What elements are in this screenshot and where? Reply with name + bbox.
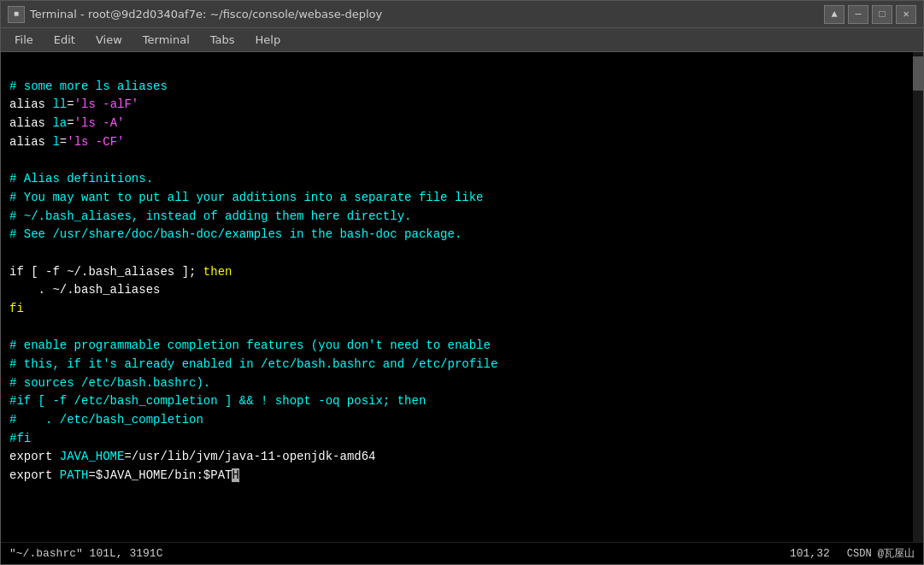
maximize-button[interactable]: □ xyxy=(872,5,892,24)
title-bar: ■ Terminal - root@9d2d0340af7e: ~/fisco/… xyxy=(1,1,923,28)
title-bar-left: ■ Terminal - root@9d2d0340af7e: ~/fisco/… xyxy=(8,6,382,23)
terminal-window: ■ Terminal - root@9d2d0340af7e: ~/fisco/… xyxy=(0,0,924,565)
scrollbar[interactable] xyxy=(913,52,923,542)
menu-bar: File Edit View Terminal Tabs Help xyxy=(1,28,923,52)
menu-tabs[interactable]: Tabs xyxy=(202,32,244,48)
menu-file[interactable]: File xyxy=(6,32,42,48)
terminal-body[interactable]: # some more ls aliases alias ll='ls -alF… xyxy=(1,52,923,542)
up-button[interactable]: ▲ xyxy=(824,5,845,24)
terminal-icon: ■ xyxy=(8,6,25,23)
status-right: 101,32 CSDN @瓦屋山 xyxy=(790,546,915,561)
brand-label: CSDN @瓦屋山 xyxy=(847,546,915,561)
minimize-button[interactable]: ─ xyxy=(848,5,868,24)
menu-help[interactable]: Help xyxy=(247,32,290,48)
menu-edit[interactable]: Edit xyxy=(45,32,84,48)
cursor-position: 101,32 xyxy=(790,547,830,560)
file-info: "~/.bashrc" 101L, 3191C xyxy=(9,547,162,560)
terminal-content: # some more ls aliases alias ll='ls -alF… xyxy=(9,59,915,486)
window-title: Terminal - root@9d2d0340af7e: ~/fisco/co… xyxy=(30,8,382,21)
scrollbar-thumb[interactable] xyxy=(913,56,923,91)
menu-view[interactable]: View xyxy=(87,32,131,48)
close-button[interactable]: ✕ xyxy=(896,5,916,24)
status-bar: "~/.bashrc" 101L, 3191C 101,32 CSDN @瓦屋山 xyxy=(1,542,923,564)
menu-terminal[interactable]: Terminal xyxy=(134,32,198,48)
window-controls: ▲ ─ □ ✕ xyxy=(824,5,916,24)
